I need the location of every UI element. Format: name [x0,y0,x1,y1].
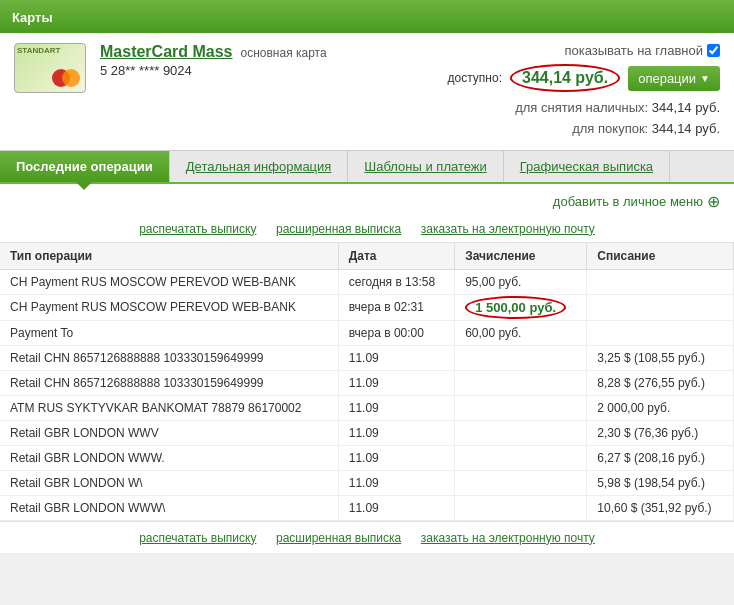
table-row: CH Payment RUS MOSCOW PEREVOD WEB-BANKсе… [0,269,734,294]
plus-icon: ⊕ [707,192,720,211]
purchase-amount: 344,14 руб. [652,121,720,136]
cell-type: Retail CHN 8657126888888 103330159649999 [0,345,338,370]
extended-link-bottom[interactable]: расширенная выписка [276,531,401,545]
operations-button[interactable]: операции ▼ [628,66,720,91]
cell-credit [455,395,587,420]
cash-label: для снятия наличных: [515,100,648,115]
cell-date: 11.09 [338,445,454,470]
col-type: Тип операции [0,243,338,270]
table-row: Payment Toвчера в 00:0060,00 руб. [0,320,734,345]
mc-circle-orange [62,69,80,87]
cell-debit [587,269,734,294]
col-date: Дата [338,243,454,270]
card-name[interactable]: MasterCard Mass [100,43,233,61]
cell-debit: 3,25 $ (108,55 руб.) [587,345,734,370]
card-standart-label: STANDART [17,46,60,55]
cell-date: 11.09 [338,420,454,445]
cell-type: Retail GBR LONDON WWV [0,420,338,445]
col-debit: Списание [587,243,734,270]
cell-debit: 2,30 $ (76,36 руб.) [587,420,734,445]
sub-amounts: для снятия наличных: 344,14 руб. для пок… [515,98,720,140]
operations-table: Тип операции Дата Зачисление Списание CH… [0,243,734,521]
col-credit: Зачисление [455,243,587,270]
cell-debit: 8,28 $ (276,55 руб.) [587,370,734,395]
show-main-label: показывать на главной [564,43,703,58]
cash-amount: 344,14 руб. [652,100,720,115]
cell-credit [455,445,587,470]
print-link-bottom[interactable]: распечатать выписку [139,531,256,545]
tab-last-operations[interactable]: Последние операции [0,151,170,182]
cell-type: Retail GBR LONDON W\ [0,470,338,495]
print-links-bottom: распечатать выписку расширенная выписка … [0,521,734,553]
cell-debit [587,294,734,320]
operations-arrow-icon: ▼ [700,73,710,84]
tab-graphic[interactable]: Графическая выписка [504,151,670,182]
cell-credit: 1 500,00 руб. [455,294,587,320]
cell-date: вчера в 02:31 [338,294,454,320]
cell-date: 11.09 [338,370,454,395]
table-row: CH Payment RUS MOSCOW PEREVOD WEB-BANKвч… [0,294,734,320]
cell-credit [455,345,587,370]
card-name-row: MasterCard Mass основная карта [100,43,434,61]
cell-date: вчера в 00:00 [338,320,454,345]
table-row: Retail GBR LONDON WWV11.092,30 $ (76,36 … [0,420,734,445]
cell-date: 11.09 [338,345,454,370]
top-bar: Карты [0,0,734,33]
cell-type: Payment To [0,320,338,345]
show-main-checkbox[interactable] [707,44,720,57]
card-right: показывать на главной доступно: 344,14 р… [448,43,720,140]
cell-type: ATM RUS SYKTYVKAR BANKOMAT 78879 8617000… [0,395,338,420]
cell-credit: 95,00 руб. [455,269,587,294]
cell-debit: 10,60 $ (351,92 руб.) [587,495,734,520]
cell-date: 11.09 [338,395,454,420]
table-row: Retail GBR LONDON WWW\11.0910,60 $ (351,… [0,495,734,520]
print-links-top: распечатать выписку расширенная выписка … [0,215,734,243]
mastercard-logo [52,69,80,87]
cell-type: Retail CHN 8657126888888 103330159649999 [0,370,338,395]
print-link[interactable]: распечатать выписку [139,222,256,236]
table-row: Retail CHN 8657126888888 103330159649999… [0,370,734,395]
card-section: STANDART MasterCard Mass основная карта … [0,33,734,151]
card-number-row: 5 28** **** 9024 [100,63,434,78]
show-main-row: показывать на главной [564,43,720,58]
cell-credit [455,495,587,520]
cell-date: 11.09 [338,470,454,495]
cell-type: Retail GBR LONDON WWW\ [0,495,338,520]
table-row: ATM RUS SYKTYVKAR BANKOMAT 78879 8617000… [0,395,734,420]
table-row: Retail CHN 8657126888888 103330159649999… [0,345,734,370]
add-to-menu[interactable]: добавить в личное меню ⊕ [14,192,720,211]
card-info: MasterCard Mass основная карта 5 28** **… [100,43,434,78]
email-link-bottom[interactable]: заказать на электронную почту [421,531,595,545]
add-to-menu-label: добавить в личное меню [553,194,703,209]
cell-credit: 60,00 руб. [455,320,587,345]
available-amount: 344,14 руб. [510,64,620,92]
cell-type: CH Payment RUS MOSCOW PEREVOD WEB-BANK [0,269,338,294]
cell-debit: 6,27 $ (208,16 руб.) [587,445,734,470]
cell-type: CH Payment RUS MOSCOW PEREVOD WEB-BANK [0,294,338,320]
table-row: Retail GBR LONDON WWW.11.096,27 $ (208,1… [0,445,734,470]
table-row: Retail GBR LONDON W\11.095,98 $ (198,54 … [0,470,734,495]
table-header-row: Тип операции Дата Зачисление Списание [0,243,734,270]
email-link[interactable]: заказать на электронную почту [421,222,595,236]
cell-debit: 2 000,00 руб. [587,395,734,420]
cell-credit [455,420,587,445]
available-label: доступно: [448,71,502,85]
tabs-bar: Последние операции Детальная информация … [0,151,734,184]
action-links: добавить в личное меню ⊕ [0,184,734,215]
available-row: доступно: 344,14 руб. операции ▼ [448,64,720,92]
page-title: Карты [12,10,53,25]
card-image: STANDART [14,43,86,93]
cell-debit [587,320,734,345]
cell-date: сегодня в 13:58 [338,269,454,294]
cell-debit: 5,98 $ (198,54 руб.) [587,470,734,495]
cell-credit [455,370,587,395]
card-type-label: основная карта [241,46,327,60]
purchase-label: для покупок: [572,121,648,136]
card-number: 5 28** **** 9024 [100,63,192,78]
tab-templates[interactable]: Шаблоны и платежи [348,151,503,182]
tab-detail-info[interactable]: Детальная информация [170,151,349,182]
cell-type: Retail GBR LONDON WWW. [0,445,338,470]
extended-link[interactable]: расширенная выписка [276,222,401,236]
cell-credit [455,470,587,495]
cell-date: 11.09 [338,495,454,520]
